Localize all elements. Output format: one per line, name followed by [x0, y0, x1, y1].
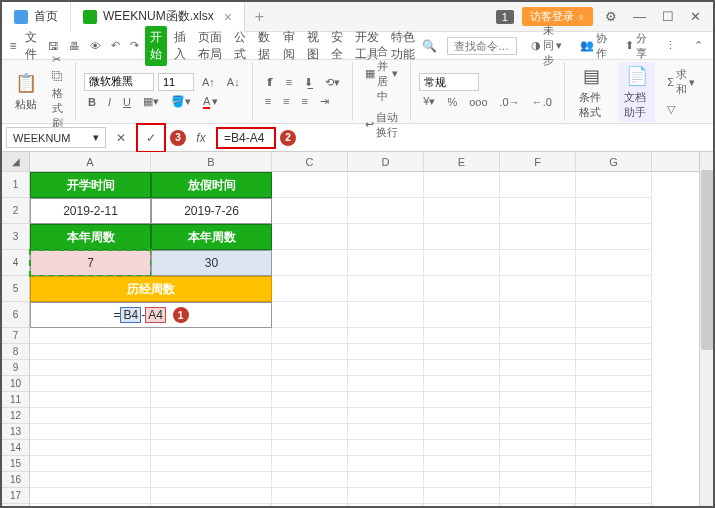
row-head[interactable]: 1: [2, 172, 29, 198]
wrap-button[interactable]: ↩ 自动换行: [361, 108, 402, 142]
cell[interactable]: [348, 250, 424, 276]
cell[interactable]: [30, 344, 151, 360]
cell[interactable]: [424, 276, 500, 302]
row-head[interactable]: 5: [2, 276, 29, 302]
cell[interactable]: [151, 376, 272, 392]
cell[interactable]: [500, 276, 576, 302]
share-button[interactable]: ⬆分享: [621, 29, 651, 63]
paste-button[interactable]: 📋 粘贴: [8, 69, 44, 114]
cell[interactable]: [500, 504, 576, 508]
cell[interactable]: [348, 504, 424, 508]
cell[interactable]: [576, 172, 652, 198]
cell[interactable]: [576, 440, 652, 456]
align-right[interactable]: ≡: [298, 93, 312, 109]
cell[interactable]: [500, 172, 576, 198]
redo-icon[interactable]: ↷: [126, 37, 143, 54]
cell[interactable]: [576, 424, 652, 440]
col-head[interactable]: B: [151, 152, 272, 171]
cell[interactable]: [500, 392, 576, 408]
row-head[interactable]: 14: [2, 440, 29, 456]
cell-b3[interactable]: 本年周数: [151, 224, 272, 250]
cell[interactable]: [272, 328, 348, 344]
cell[interactable]: [30, 456, 151, 472]
number-format[interactable]: [419, 73, 479, 91]
cell[interactable]: [272, 360, 348, 376]
cell-a3[interactable]: 本年周数: [30, 224, 151, 250]
cell[interactable]: [272, 424, 348, 440]
row-head[interactable]: 3: [2, 224, 29, 250]
scroll-thumb[interactable]: [701, 170, 713, 350]
row-head[interactable]: 13: [2, 424, 29, 440]
cell[interactable]: [424, 224, 500, 250]
tab-add[interactable]: +: [245, 8, 274, 26]
preview-icon[interactable]: 👁: [86, 38, 105, 54]
currency[interactable]: ¥▾: [419, 93, 439, 110]
cell-b4[interactable]: 30: [151, 250, 272, 276]
indent[interactable]: ⇥: [316, 93, 333, 110]
menu-start[interactable]: 开始: [145, 26, 167, 66]
collapse-icon[interactable]: ⌃: [690, 37, 707, 54]
comma[interactable]: ooo: [465, 94, 491, 110]
row-head[interactable]: 6: [2, 302, 29, 328]
sum-button[interactable]: Σ 求和▾: [663, 65, 699, 99]
row-head[interactable]: 16: [2, 472, 29, 488]
cell[interactable]: [576, 198, 652, 224]
cell[interactable]: [30, 488, 151, 504]
align-mid[interactable]: ≡: [282, 74, 296, 90]
row-head[interactable]: 12: [2, 408, 29, 424]
cell[interactable]: [272, 302, 348, 328]
cell[interactable]: [424, 328, 500, 344]
cell-a5b5[interactable]: 历经周数: [30, 276, 272, 302]
cell[interactable]: [348, 344, 424, 360]
align-top[interactable]: ⬆̄: [261, 74, 278, 91]
print-icon[interactable]: 🖶: [65, 38, 84, 54]
border-button[interactable]: ▦▾: [139, 93, 163, 110]
cell-a1[interactable]: 开学时间: [30, 172, 151, 198]
cell[interactable]: [348, 424, 424, 440]
cell[interactable]: [500, 328, 576, 344]
cell[interactable]: [348, 276, 424, 302]
formula-input[interactable]: =B4-A4: [216, 127, 276, 149]
cell[interactable]: [151, 408, 272, 424]
cell[interactable]: [348, 328, 424, 344]
cell[interactable]: [30, 376, 151, 392]
cell[interactable]: [348, 440, 424, 456]
cell[interactable]: [424, 344, 500, 360]
cell[interactable]: [272, 344, 348, 360]
cut-button[interactable]: ✂: [48, 51, 67, 68]
cell[interactable]: [30, 360, 151, 376]
cell[interactable]: [424, 488, 500, 504]
cell[interactable]: [348, 302, 424, 328]
cell[interactable]: [151, 392, 272, 408]
size-selector[interactable]: [158, 73, 194, 91]
cell[interactable]: [272, 172, 348, 198]
cell-b2[interactable]: 2019-7-26: [151, 198, 272, 224]
cell[interactable]: [576, 472, 652, 488]
italic-button[interactable]: I: [104, 94, 115, 110]
col-head[interactable]: C: [272, 152, 348, 171]
row-head[interactable]: 9: [2, 360, 29, 376]
cell[interactable]: [576, 408, 652, 424]
cell[interactable]: [272, 250, 348, 276]
orient[interactable]: ⟲▾: [321, 74, 344, 91]
cell[interactable]: [348, 198, 424, 224]
row-head[interactable]: 17: [2, 488, 29, 504]
cell[interactable]: [272, 440, 348, 456]
font-selector[interactable]: [84, 73, 154, 91]
cell[interactable]: [424, 198, 500, 224]
cell[interactable]: [151, 424, 272, 440]
underline-button[interactable]: U: [119, 94, 135, 110]
cell-a6b6[interactable]: = B4 - A4 1: [30, 302, 272, 328]
cond-format[interactable]: ▤ 条件格式: [573, 62, 610, 122]
cell-a4[interactable]: 7: [30, 250, 151, 276]
cell[interactable]: [424, 440, 500, 456]
copy-button[interactable]: ⿻: [48, 68, 67, 84]
cell[interactable]: [151, 472, 272, 488]
cell[interactable]: [500, 488, 576, 504]
cell[interactable]: [30, 328, 151, 344]
dec-inc[interactable]: .0→: [496, 94, 524, 110]
cell[interactable]: [348, 456, 424, 472]
cell-a2[interactable]: 2019-2-11: [30, 198, 151, 224]
cell[interactable]: [272, 392, 348, 408]
menu-review[interactable]: 审阅: [278, 26, 300, 66]
